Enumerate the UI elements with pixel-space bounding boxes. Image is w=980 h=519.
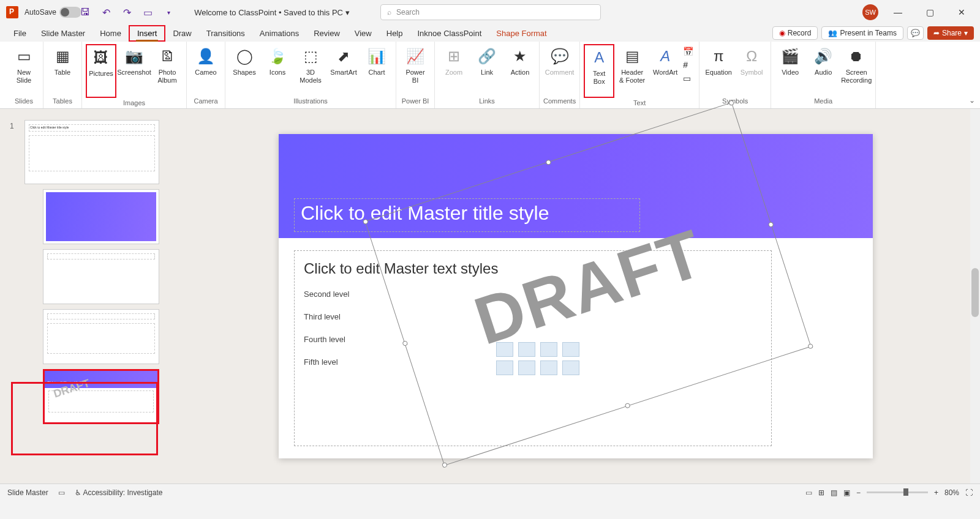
action-button[interactable]: ★Action xyxy=(505,44,535,79)
screen-recording-icon: ⏺ xyxy=(846,47,866,66)
comments-panel-toggle[interactable]: 💬 xyxy=(907,26,924,40)
scrollbar-thumb[interactable] xyxy=(971,268,979,317)
3d-models-button[interactable]: ⬚3D Models xyxy=(295,44,326,87)
date-time-icon[interactable]: 📅 xyxy=(683,47,695,59)
zoom-slider[interactable] xyxy=(867,491,928,493)
master-title-placeholder[interactable]: Click to edit Master title style xyxy=(294,198,640,232)
fit-to-window-icon[interactable]: ⛶ xyxy=(965,488,973,497)
video-button[interactable]: 🎬Video xyxy=(775,44,805,79)
document-title[interactable]: Welcome to ClassPoint • Saved to this PC… xyxy=(194,8,350,17)
undo-icon[interactable]: ↶ xyxy=(99,5,113,20)
tab-draw[interactable]: Draw xyxy=(165,26,198,40)
zoom-level[interactable]: 80% xyxy=(944,488,959,497)
smartart-button[interactable]: ⬈SmartArt xyxy=(328,44,359,79)
object-icon[interactable]: ▭ xyxy=(683,73,695,86)
present-in-teams-button[interactable]: 👥Present in Teams xyxy=(821,26,903,40)
tab-animations[interactable]: Animations xyxy=(252,26,306,40)
record-icon: ◉ xyxy=(779,29,785,37)
tab-transitions[interactable]: Transitions xyxy=(199,26,252,40)
cameo-button[interactable]: 👤Cameo xyxy=(190,44,221,79)
new-slide-button[interactable]: ▭New Slide xyxy=(9,44,39,87)
tab-slide-master[interactable]: Slide Master xyxy=(34,26,92,40)
tab-insert[interactable]: Insert xyxy=(129,25,166,42)
ribbon-group-slides: ▭New Slide Slides xyxy=(5,42,43,108)
tab-file[interactable]: File xyxy=(6,26,34,40)
start-from-beginning-icon[interactable]: ▭ xyxy=(140,5,155,20)
accessibility-status[interactable]: ♿︎ Accessibility: Investigate xyxy=(75,488,163,497)
pictures-icon: 🖼 xyxy=(91,48,111,67)
slide-thumbnail-panel[interactable]: 1 Click to edit Master title style Click… xyxy=(0,109,172,484)
vertical-scrollbar[interactable] xyxy=(970,109,980,484)
slide-sorter-icon[interactable]: ⊞ xyxy=(818,488,824,497)
photo-album-button[interactable]: 🖻Photo Album xyxy=(152,44,183,87)
tab-classpoint[interactable]: Inknoe ClassPoint xyxy=(410,26,489,40)
powerbi-button[interactable]: 📈Power BI xyxy=(400,44,431,87)
share-icon: ➦ xyxy=(933,29,940,37)
comment-button: 💬Comment xyxy=(545,44,575,79)
chevron-down-icon: ▾ xyxy=(345,8,350,17)
shapes-button[interactable]: ◯Shapes xyxy=(229,44,260,79)
close-button[interactable]: ✕ xyxy=(949,3,974,21)
ribbon-group-symbols: πEquation ΩSymbol Symbols xyxy=(699,42,771,108)
link-button[interactable]: 🔗Link xyxy=(472,44,502,79)
symbol-icon: Ω xyxy=(742,47,761,66)
layout-thumbnail[interactable] xyxy=(43,309,159,364)
screen-recording-button[interactable]: ⏺Screen Recording xyxy=(841,44,872,87)
user-avatar[interactable]: SW xyxy=(862,4,878,20)
body-level: Third level xyxy=(304,312,762,321)
slideshow-icon[interactable]: ▣ xyxy=(843,488,850,497)
zoom-in-button[interactable]: + xyxy=(934,488,938,497)
audio-button[interactable]: 🔊Audio xyxy=(808,44,839,79)
zoom-out-button[interactable]: − xyxy=(856,488,861,497)
wordart-button[interactable]: AWordArt xyxy=(650,44,680,79)
layout-thumbnail[interactable] xyxy=(43,249,159,304)
screenshot-button[interactable]: 📷Screenshot xyxy=(119,44,149,79)
icons-button[interactable]: 🍃Icons xyxy=(262,44,293,79)
tab-help[interactable]: Help xyxy=(379,26,410,40)
restore-button[interactable]: ▢ xyxy=(918,3,942,21)
header-footer-button[interactable]: ▤Header & Footer xyxy=(617,44,647,87)
slide-number-icon[interactable]: # xyxy=(683,60,695,72)
equation-icon: π xyxy=(709,47,728,66)
insert-icons-icon[interactable] xyxy=(540,342,557,357)
tab-review[interactable]: Review xyxy=(306,26,347,40)
normal-view-icon[interactable]: ▭ xyxy=(805,488,812,497)
insert-online-picture-icon[interactable] xyxy=(518,342,535,357)
share-button[interactable]: ➦Share▾ xyxy=(927,26,974,40)
insert-cameo-icon[interactable] xyxy=(496,360,513,375)
teams-icon: 👥 xyxy=(828,29,837,37)
minimize-button[interactable]: — xyxy=(886,3,910,21)
content-placeholder-icons[interactable] xyxy=(496,342,581,375)
autosave-toggle[interactable]: AutoSave Off xyxy=(24,7,72,18)
qa-more-icon[interactable]: ▾ xyxy=(161,5,176,20)
record-button[interactable]: ◉Record xyxy=(772,26,818,40)
chart-button[interactable]: 📊Chart xyxy=(361,44,392,79)
table-icon: ▦ xyxy=(53,47,72,66)
redo-icon[interactable]: ↷ xyxy=(119,5,134,20)
tab-view[interactable]: View xyxy=(347,26,379,40)
toggle-switch[interactable] xyxy=(59,7,81,18)
search-input[interactable]: ⌕ Search xyxy=(380,4,601,20)
insert-table-icon[interactable] xyxy=(540,360,557,375)
cameo-icon: 👤 xyxy=(196,47,216,66)
slide-canvas[interactable]: Click to edit Master title style Click t… xyxy=(172,109,980,484)
table-button[interactable]: ▦Table xyxy=(47,44,78,79)
layout-thumbnail[interactable] xyxy=(43,189,159,244)
slide-master-thumbnail[interactable]: 1 Click to edit Master title style xyxy=(24,120,159,184)
ribbon-collapse-icon[interactable]: ⌄ xyxy=(969,96,975,105)
pictures-button[interactable]: 🖼Pictures xyxy=(86,44,116,98)
tab-shape-format[interactable]: Shape Format xyxy=(489,26,554,40)
accessibility-icon: ♿︎ xyxy=(75,488,81,497)
display-settings-icon[interactable]: ▭ xyxy=(58,488,65,497)
reading-view-icon[interactable]: ▤ xyxy=(831,488,837,497)
text-box-button[interactable]: AText Box xyxy=(584,44,614,98)
cube-icon: ⬚ xyxy=(301,47,320,66)
insert-smartart-icon[interactable] xyxy=(562,342,579,357)
insert-video-icon[interactable] xyxy=(518,360,535,375)
insert-picture-icon[interactable] xyxy=(496,342,513,357)
comment-icon: 💬 xyxy=(550,47,570,66)
tab-home[interactable]: Home xyxy=(92,26,129,40)
status-mode[interactable]: Slide Master xyxy=(7,488,48,497)
insert-chart-icon[interactable] xyxy=(562,360,579,375)
equation-button[interactable]: πEquation xyxy=(703,44,734,79)
